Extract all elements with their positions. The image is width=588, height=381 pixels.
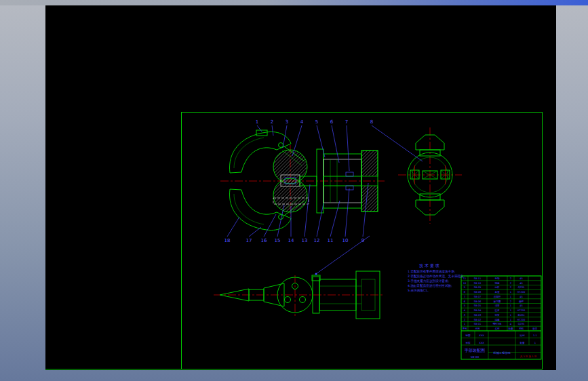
notes-title: 技 术 要 求 [418,263,439,268]
top-lug [312,275,320,281]
callout-number-top: 2 [271,119,273,125]
bom-cell: 1 [510,314,511,317]
window-top-gradient [0,0,588,5]
callout-number-top: 4 [300,119,304,125]
checked-name: XXX [479,342,484,344]
leader-line [345,188,349,237]
bom-cell: 4 [510,323,512,325]
bom-cell: 活塞 [494,304,500,307]
bom-cell: 6 [464,300,466,303]
drawn-name: XXX [479,334,484,337]
drawing-title: 手部装配图 [464,348,485,353]
callout-number-top: 6 [330,119,334,125]
bom-cell: 2 [510,300,511,303]
bom-cell: 9 [464,286,466,289]
bom-cell: 45 [520,277,523,280]
bom-cell: 1 [510,296,511,298]
callout-number-bottom: 14 [288,238,294,243]
note-line: 1.装配前所有零件用煤油清洗干净; [408,269,456,274]
bom-cell: SB-11 [474,277,482,280]
bom-cell: 3 [464,314,465,317]
parts-list: 序号代号名称数量材料备注11SB-11手指24510SB-10销轴2459SB-… [461,276,541,331]
callout-number-top: 7 [345,119,348,125]
callout-number-top: 3 [286,119,288,125]
scale-label: 比例 [520,334,525,337]
end-cap-section-lower [361,186,378,212]
bom-header-cell: 名称 [494,327,500,330]
bom-cell: SB-07 [474,296,482,298]
bom-cell: 1 [464,323,465,325]
bolt-hole [300,297,306,303]
callout-number-bottom: 17 [246,238,252,243]
bom-cell: 连杆 [494,286,500,289]
bottom-view [214,236,383,319]
leader-line [227,217,239,237]
bom-cell: 65Mn [518,314,525,317]
title-block: 制图 XXX 审核 XXX 比例 1:1 数量 1 手部装配图 SB-00 机械… [461,276,541,359]
bom-cell: 1 [510,309,511,312]
callout-number-bottom: 18 [224,238,231,243]
bom-cell: 8 [464,291,466,294]
callout-number-bottom: 15 [275,238,281,243]
bom-cell: 2 [510,277,511,280]
seal-ring-lower [346,186,353,190]
bom-header-cell: 材料 [519,327,524,330]
leader-line [317,125,325,157]
seal-ring-upper [346,172,353,176]
callout-number-bottom: 11 [328,238,334,243]
drawn-label: 制图 [465,334,471,337]
leader-line [372,125,423,161]
institution: 机械工程学院 [492,351,511,355]
bom-cell: 4 [464,309,466,312]
bom-cell: 端盖 [494,318,500,321]
leader-line [264,214,276,237]
side-view-flange [398,127,462,224]
bom-cell: SB-01 [474,323,482,325]
bom-cell: 手指 [494,277,500,280]
bom-cell: 2 [510,286,511,289]
callout-number-bottom: 9 [361,238,364,243]
bom-header-cell: 代号 [475,327,480,330]
bom-cell: 2 [464,319,465,321]
note-line: 2.装配后各运动件动作灵活、无卡滞现象; [408,274,465,279]
leader-line [249,227,261,237]
end-cap-section-upper [361,151,378,176]
note-line: 5.未注倒角C1。 [408,289,430,293]
drawing-code: SB-00 [471,355,479,359]
leader-line [330,201,340,237]
qty-label: 数量 [520,342,525,344]
bom-cell: SB-03 [474,314,482,317]
bom-cell: 销轴 [494,281,500,285]
bom-cell: 橡胶 [519,300,524,303]
bom-cell: 45 [520,296,523,298]
leader-dot [315,273,317,275]
bom-cell: Q235 [518,286,525,289]
leader-line [317,203,324,237]
bom-header-cell: 数量 [508,327,513,330]
bom-cell: 45 [520,282,523,285]
bom-cell: 10 [463,282,467,285]
bom-cell: SB-04 [474,309,482,312]
callout-number-bottom: 16 [261,238,267,243]
bom-cell: 7 [464,296,465,298]
bom-cell: 11 [463,277,467,280]
bom-cell: 密封圈 [494,300,501,303]
drawing-svg: 12345678 1817161514131211109 技 术 要 求 1.装… [45,5,556,370]
sheets-text: 共 1 张 第 1 张 [520,355,537,358]
checked-label: 审核 [465,341,471,344]
bom-cell: Q235 [518,323,525,325]
bom-header-cell: 序号 [462,327,467,330]
bom-cell: HT200 [517,319,526,321]
bom-cell: 1 [510,319,511,321]
bom-cell: SB-10 [474,282,482,285]
scale-value: 1:1 [533,334,537,337]
bom-cell: 45 [520,304,523,307]
bom-cell: SB-02 [474,319,482,321]
bom-cell: SB-08 [474,291,482,294]
bom-cell: 5 [464,304,465,307]
bom-cell: SB-06 [474,300,482,303]
leader-line [257,125,262,132]
pivot-pin-lower [279,215,283,220]
qty-value: 1 [534,342,536,344]
claw-upper-detail [234,138,264,168]
